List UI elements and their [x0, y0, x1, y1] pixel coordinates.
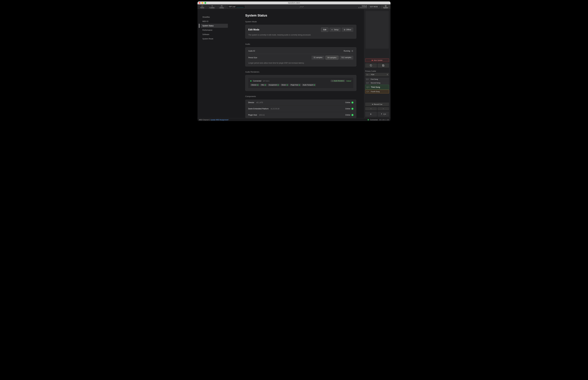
gear-icon: [385, 5, 387, 7]
primary-cuelist-label: Primary Cuelist: [365, 70, 389, 72]
sidebar-item-showfiles[interactable]: Showfiles: [200, 15, 228, 19]
status-dot-icon: [257, 85, 258, 85]
gear-icon: [332, 80, 333, 82]
section-components: Components: [245, 95, 356, 97]
dot-icon: [372, 104, 373, 105]
sidebar-item-system-reset[interactable]: System Reset: [200, 37, 228, 41]
midi-assignment-link[interactable]: Update MIDI Assignment!: [211, 119, 229, 121]
auto-update-button[interactable]: Auto Update: [365, 58, 389, 62]
record-dot-icon: [372, 60, 373, 61]
page-title: System Status: [245, 14, 356, 17]
mode-edit-button[interactable]: Edit: [321, 28, 328, 32]
chip-hal: HAL: [260, 84, 267, 86]
cue-item[interactable]: Q 2Second Song: [365, 81, 389, 85]
close-icon[interactable]: [199, 2, 200, 4]
sidebar-item-midi-io[interactable]: MIDI IO: [200, 19, 228, 23]
component-row: Dante Embedded Platformv1.3.3.5-19 Onlin…: [245, 106, 356, 112]
period-label: Period Size: [248, 57, 257, 59]
undo-button[interactable]: [365, 63, 377, 68]
save-button[interactable]: [377, 63, 389, 68]
svg-point-11: [332, 81, 333, 81]
audio-io-status: Running: [344, 50, 350, 52]
record-cue-button[interactable]: Record Cue: [365, 103, 389, 106]
status-dot-icon: [265, 85, 266, 85]
connection-status: Connected: [370, 119, 378, 121]
svg-point-7: [386, 6, 386, 6]
nav-system[interactable]: System: [381, 5, 391, 9]
component-row: Plugin Hostv0.0.11 Online: [245, 112, 356, 118]
list-icon: [211, 5, 213, 7]
speaker-icon: [331, 29, 333, 31]
nav-cuelists[interactable]: Cuelists: [207, 4, 217, 9]
autosave-icon: 🗎: [358, 7, 360, 8]
period-description: Longer period sizes allow more time for …: [248, 62, 353, 64]
go-back-button[interactable]: [365, 112, 377, 117]
renderer-chips: Director HAL Escapement Broker Plugin Ho…: [250, 84, 351, 86]
maximize-icon[interactable]: [204, 2, 206, 4]
go-button[interactable]: Q 4: [377, 112, 389, 117]
status-dot-icon: [287, 85, 288, 85]
show-name-block: Default 🗎 Autosaved: [358, 5, 367, 8]
sidebar: Showfiles MIDI IO System Status Performa…: [197, 9, 231, 118]
period-512-button[interactable]: 512 samples: [339, 56, 353, 60]
briefcase-icon: [221, 5, 223, 7]
cuelist-select[interactable]: QL 1 FOH ▲▼: [365, 73, 389, 76]
renderers-card: Connected 127.0.0.1 Audio Renderer Onlin…: [245, 75, 356, 91]
save-icon: [382, 64, 384, 67]
cue-item-pending[interactable]: Q 4Fourth Song: [365, 90, 389, 94]
nav-library[interactable]: Library: [217, 4, 227, 9]
check-icon: [351, 114, 354, 116]
section-audio: Audio: [245, 43, 356, 45]
period-64-button[interactable]: 64 samples: [325, 56, 339, 60]
cue-up-button[interactable]: [365, 107, 377, 110]
chevron-updown-icon: ▲▼: [387, 74, 388, 76]
sidebar-item-performance[interactable]: Performance: [200, 28, 228, 32]
renderer-box: Connected 127.0.0.1 Audio Renderer Onlin…: [248, 78, 353, 88]
chip-audio-transport: Audio Transport: [302, 84, 316, 86]
main-content[interactable]: System Status System Mode Edit Mode Edit…: [231, 9, 364, 118]
cue-item[interactable]: Q 1First Song: [365, 77, 389, 81]
svg-rect-6: [221, 5, 222, 6]
component-name: Dante Embedded Platform: [248, 108, 268, 110]
check-icon: [351, 101, 354, 104]
status-dot-icon: [368, 119, 369, 120]
window-controls[interactable]: [199, 2, 206, 4]
component-version: v0.1.470: [256, 101, 263, 104]
section-system-mode: System Mode: [245, 20, 356, 23]
components-list: Directorv0.1.470 Online Dante Embedded P…: [245, 99, 356, 118]
minimize-icon[interactable]: [201, 2, 203, 4]
undo-icon: [370, 64, 372, 67]
gear-icon[interactable]: [351, 50, 353, 52]
component-version: v1.3.3.5-19: [270, 108, 279, 110]
component-name: Director: [248, 101, 254, 104]
status-dot-icon: [314, 85, 315, 85]
renderer-online: Online!: [346, 80, 351, 82]
dsp-load-meter: DSP Load: [228, 5, 245, 9]
nav-home[interactable]: Home: [197, 4, 207, 9]
cue-item-active[interactable]: Q 3Third Song: [365, 85, 389, 90]
component-status: Online: [345, 108, 350, 110]
component-status: Online: [345, 101, 350, 104]
home-icon: [201, 5, 203, 7]
component-row: Directorv0.1.470 Online: [245, 99, 356, 106]
mode-offline-button[interactable]: Offline: [342, 28, 353, 32]
show-name: Default: [358, 5, 367, 7]
arrow-left-icon: [370, 113, 372, 115]
titlebar: transform.client: [197, 1, 391, 4]
mode-setup-button[interactable]: Setup: [329, 28, 340, 32]
component-status: Online: [345, 114, 350, 116]
edit-mode-badge[interactable]: EDIT MODE: [368, 5, 379, 8]
component-version: v0.0.11: [259, 114, 265, 116]
cue-down-button[interactable]: [377, 107, 389, 110]
chevron-down-icon: [382, 108, 384, 110]
sidebar-item-system-status[interactable]: System Status: [200, 24, 228, 28]
audio-renderer-badge: Audio Renderer: [331, 80, 345, 82]
renderer-status: Connected: [253, 80, 261, 82]
window-title: transform.client: [288, 2, 300, 4]
preview-area: [365, 11, 389, 49]
cue-list: Q 1First Song Q 2Second Song Q 3Third So…: [365, 77, 389, 94]
section-renderers: Audio Renderers: [245, 71, 356, 73]
sidebar-item-software[interactable]: Software: [200, 32, 228, 37]
period-32-button[interactable]: 32 samples: [312, 56, 324, 60]
mode-title: Edit Mode: [248, 28, 259, 31]
